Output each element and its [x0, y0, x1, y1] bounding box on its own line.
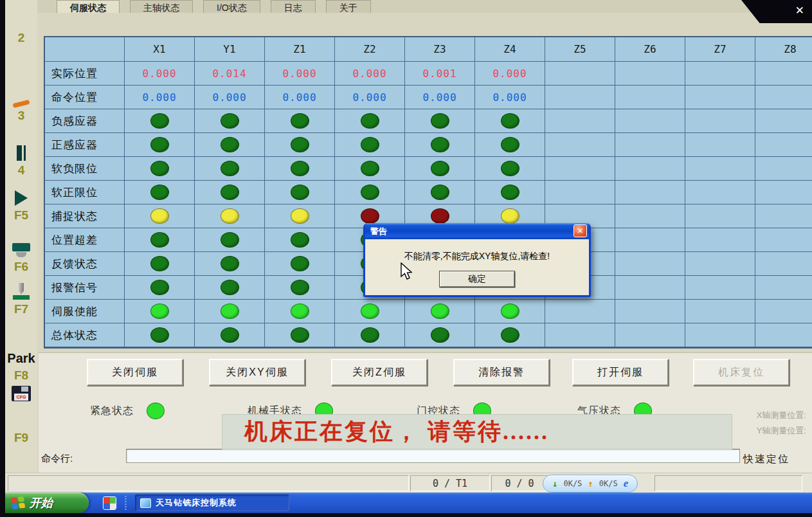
sidebar-item-label: F9: [14, 431, 28, 445]
dialog-close-button[interactable]: ✕: [573, 224, 587, 237]
tab-4[interactable]: 关于: [326, 0, 371, 13]
table-cell: [615, 109, 685, 133]
sidebar-item-f7[interactable]: F7: [5, 283, 37, 316]
status-dot: [361, 113, 379, 129]
row-label: 伺服使能: [45, 300, 125, 323]
table-cell: [615, 323, 685, 347]
table-cell: [265, 252, 335, 276]
table-cell: [615, 300, 685, 323]
status-dot: [501, 137, 519, 152]
table-cell: [195, 181, 265, 204]
sidebar-item-f4[interactable]: 4: [5, 145, 37, 177]
table-cell: [545, 181, 615, 204]
status-dot: [150, 137, 169, 152]
action-button-0[interactable]: 关闭伺服: [87, 359, 183, 386]
table-cell: [265, 133, 335, 157]
table-cell: [685, 323, 755, 347]
sidebar-item-f3[interactable]: 3: [5, 102, 37, 123]
column-header-z6: Z6: [615, 37, 685, 62]
row-label: 软正限位: [45, 181, 125, 204]
column-header-z7: Z7: [685, 37, 755, 62]
sidebar-item-f8[interactable]: ParkF8: [5, 351, 37, 383]
network-speed-widget[interactable]: ↓ 0K/S ↑ 0K/S e: [543, 475, 638, 493]
table-cell: [265, 300, 335, 323]
command-line-input[interactable]: [126, 449, 740, 463]
table-cell: [125, 323, 195, 347]
quick-launch-icon[interactable]: [103, 496, 116, 510]
taskbar-separator: [125, 496, 127, 510]
action-button-5[interactable]: 机床复位: [693, 359, 789, 386]
tab-0[interactable]: 伺服状态: [57, 0, 120, 13]
table-cell: [195, 228, 265, 252]
sidebar-item-f2[interactable]: 2: [5, 28, 37, 45]
table-cell: [755, 157, 812, 181]
quick-position-label: 快速定位: [743, 453, 789, 466]
statusbar-panel-empty: [8, 475, 409, 491]
status-indicator-0: 紧急状态: [90, 403, 165, 419]
status-dot: [291, 113, 309, 129]
dialog-ok-button[interactable]: 确定: [439, 271, 515, 287]
table-cell: [125, 181, 195, 204]
action-button-2[interactable]: 关闭Z伺服: [331, 359, 428, 386]
status-dot: [221, 232, 239, 248]
upload-speed: 0K/S: [599, 479, 618, 488]
column-header-z1: Z1: [265, 37, 335, 62]
sidebar-item-f5[interactable]: F5: [5, 190, 37, 222]
taskbar-task-button[interactable]: 天马钻铣床控制系统: [135, 494, 289, 511]
close-icon[interactable]: ✕: [795, 4, 804, 17]
table-cell: [125, 300, 195, 323]
status-dot: [221, 304, 239, 319]
statusbar-tool-panel: 0 / T1: [410, 475, 490, 491]
table-cell: [615, 252, 685, 276]
table-cell: 0.014: [195, 62, 265, 86]
table-cell: [545, 133, 615, 157]
status-dot: [291, 256, 309, 271]
action-button-4[interactable]: 打开伺服: [572, 359, 669, 386]
row-label: 反馈状态: [45, 252, 125, 276]
column-header-z3: Z3: [405, 37, 475, 62]
table-cell: [475, 181, 545, 204]
table-cell: [685, 62, 755, 86]
row-label: 总体状态: [45, 323, 125, 347]
dialog-title-bar[interactable]: 警告 ✕: [365, 223, 589, 239]
start-button[interactable]: 开始: [5, 493, 89, 513]
status-dot: [501, 208, 519, 224]
table-cell: [265, 323, 335, 347]
action-button-3[interactable]: 清除报警: [453, 359, 550, 386]
table-cell: [545, 300, 615, 323]
ie-icon[interactable]: e: [624, 477, 629, 490]
table-cell: [685, 181, 755, 204]
status-dot: [291, 327, 309, 343]
sidebar-item-f9[interactable]: CFGF9: [5, 386, 37, 445]
status-dot: [361, 304, 379, 319]
table-cell: [335, 181, 405, 204]
table-cell: 0.000: [475, 62, 545, 86]
screen: 234F5F6F7ParkF8CFGF9 伺服状态主轴状态I/O状态日志关于 X…: [0, 0, 812, 517]
column-header-z4: Z4: [475, 37, 545, 62]
table-cell: [755, 181, 812, 204]
table-cell: [125, 228, 195, 252]
status-dot: [150, 256, 169, 271]
sidebar-item-f6[interactable]: F6: [5, 243, 37, 274]
table-cell: [685, 276, 755, 300]
reset-banner-text: 机床正在复位， 请等待......: [244, 416, 549, 448]
action-button-1[interactable]: 关闭XY伺服: [209, 359, 305, 386]
status-dot: [501, 327, 519, 343]
table-cell: [685, 109, 755, 133]
table-cell: [685, 86, 755, 109]
table-cell: [265, 181, 335, 204]
servo-table: X1Y1Z1Z2Z3Z4Z5Z6Z7Z8实际位置0.0000.0140.0000…: [45, 37, 812, 347]
status-dot: [150, 280, 169, 295]
status-dot: [291, 208, 309, 224]
column-header-z8: Z8: [755, 37, 812, 62]
tab-2[interactable]: I/O状态: [203, 0, 260, 13]
table-cell: [475, 323, 545, 347]
table-cell: [195, 300, 265, 323]
table-cell: [755, 109, 812, 133]
table-cell: [545, 157, 615, 181]
status-dot: [221, 185, 239, 200]
table-cell: [755, 323, 812, 347]
row-label: 软负限位: [45, 157, 125, 181]
tab-1[interactable]: 主轴状态: [130, 0, 193, 13]
tab-3[interactable]: 日志: [271, 0, 316, 13]
